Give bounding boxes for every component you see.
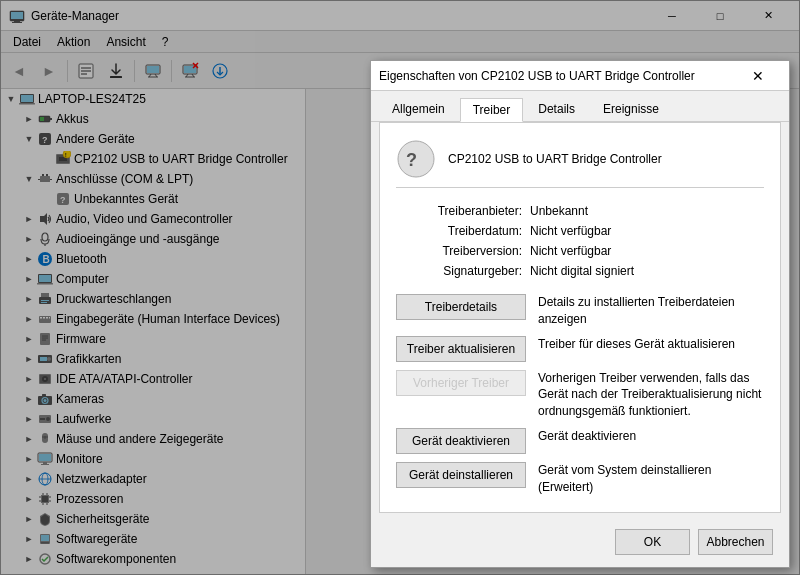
vorheriger-treiber-row: Vorheriger Treiber Vorherigen Treiber ve…	[396, 370, 764, 420]
driver-buttons: Treiberdetails Details zu installierten …	[396, 294, 764, 496]
dialog-content: ? CP2102 USB to UART Bridge Controller T…	[379, 122, 781, 513]
geber-value: Nicht digital signiert	[530, 264, 764, 278]
properties-dialog: Eigenschaften von CP2102 USB to UART Bri…	[370, 60, 790, 568]
treiberdetails-desc: Details zu installierten Treiberdateien …	[538, 294, 764, 328]
treiber-aktualisieren-desc: Treiber für dieses Gerät aktualisieren	[538, 336, 764, 353]
dialog-title-bar: Eigenschaften von CP2102 USB to UART Bri…	[371, 61, 789, 91]
version-label: Treiberversion:	[396, 244, 526, 258]
device-icon: ?	[396, 139, 436, 179]
geraet-deaktivieren-desc: Gerät deaktivieren	[538, 428, 764, 445]
tab-allgemein[interactable]: Allgemein	[379, 97, 458, 121]
vorheriger-treiber-button[interactable]: Vorheriger Treiber	[396, 370, 526, 396]
svg-text:?: ?	[406, 150, 417, 170]
geraet-deaktivieren-button[interactable]: Gerät deaktivieren	[396, 428, 526, 454]
device-header: ? CP2102 USB to UART Bridge Controller	[396, 139, 764, 188]
tab-ereignisse[interactable]: Ereignisse	[590, 97, 672, 121]
geraet-deinstallieren-button[interactable]: Gerät deinstallieren	[396, 462, 526, 488]
datum-label: Treiberdatum:	[396, 224, 526, 238]
vorheriger-treiber-desc: Vorherigen Treiber verwenden, falls das …	[538, 370, 764, 420]
cancel-button[interactable]: Abbrechen	[698, 529, 773, 555]
anbieter-label: Treiberanbieter:	[396, 204, 526, 218]
tab-details[interactable]: Details	[525, 97, 588, 121]
dialog-title: Eigenschaften von CP2102 USB to UART Bri…	[379, 69, 735, 83]
geraet-deinstallieren-desc: Gerät vom System deinstallieren (Erweite…	[538, 462, 764, 496]
driver-info-grid: Treiberanbieter: Unbekannt Treiberdatum:…	[396, 204, 764, 278]
dialog-device-name: CP2102 USB to UART Bridge Controller	[448, 152, 662, 166]
treiberdetails-button[interactable]: Treiberdetails	[396, 294, 526, 320]
datum-value: Nicht verfügbar	[530, 224, 764, 238]
version-value: Nicht verfügbar	[530, 244, 764, 258]
ok-button[interactable]: OK	[615, 529, 690, 555]
treiber-aktualisieren-button[interactable]: Treiber aktualisieren	[396, 336, 526, 362]
anbieter-value: Unbekannt	[530, 204, 764, 218]
treiberdetails-row: Treiberdetails Details zu installierten …	[396, 294, 764, 328]
dialog-tabs: Allgemein Treiber Details Ereignisse	[371, 91, 789, 122]
treiber-aktualisieren-row: Treiber aktualisieren Treiber für dieses…	[396, 336, 764, 362]
geraet-deinstallieren-row: Gerät deinstallieren Gerät vom System de…	[396, 462, 764, 496]
geraet-deaktivieren-row: Gerät deaktivieren Gerät deaktivieren	[396, 428, 764, 454]
tab-treiber[interactable]: Treiber	[460, 98, 524, 122]
dialog-close-button[interactable]: ✕	[735, 62, 781, 90]
dialog-footer: OK Abbrechen	[371, 521, 789, 567]
geber-label: Signaturgeber:	[396, 264, 526, 278]
dialog-overlay: Eigenschaften von CP2102 USB to UART Bri…	[0, 0, 800, 575]
